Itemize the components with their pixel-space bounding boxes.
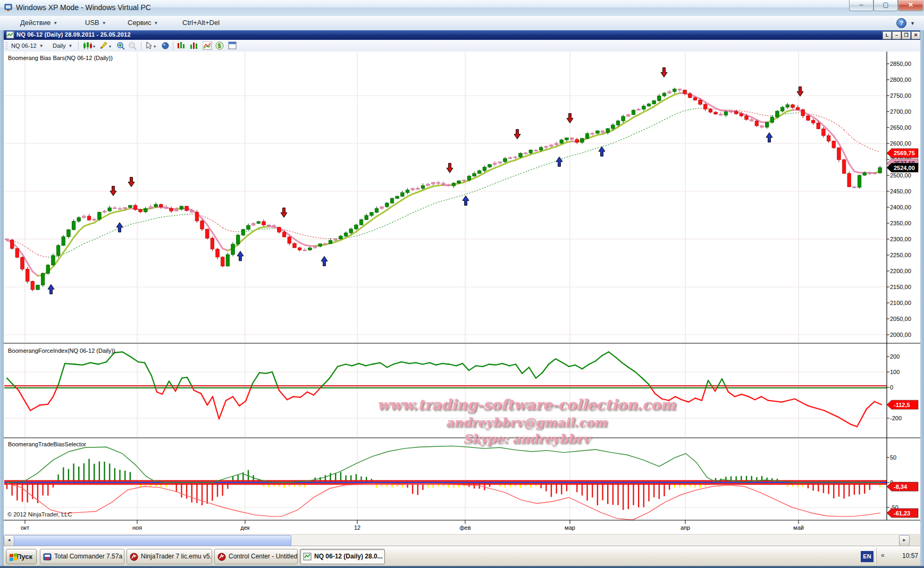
start-button[interactable]: Пуск <box>6 549 37 564</box>
chart-window-title: NQ 06-12 (Daily) 28.09.2011 - 25.05.2012 <box>16 31 131 38</box>
vm-menubar: Действие▼ USB▼ Сервис▼ Ctrl+Alt+Del ? ▼ <box>0 16 924 31</box>
force-axis-label: -200 <box>890 415 902 421</box>
close-button[interactable]: ✕ <box>898 0 923 11</box>
toolbar-grip[interactable] <box>6 42 7 49</box>
taskbar-button-total-commander[interactable]: Total Commander 7.57a ... <box>40 549 124 564</box>
window-border-left <box>0 30 4 568</box>
help-icon[interactable]: ? <box>896 18 906 28</box>
chart-close-button[interactable]: ✕ <box>911 31 920 39</box>
chevron-down-icon: ▼ <box>68 44 72 48</box>
taskbar-button-label: NinjaTrader 7 lic.emu v5.06 <box>141 553 212 560</box>
scrollbar-corner <box>910 535 920 545</box>
price-tag-label: -8,34 <box>894 484 908 490</box>
clock: 10:57 <box>902 552 918 559</box>
price-axis-label: 2700,00 <box>890 108 911 115</box>
language-indicator[interactable]: EN <box>861 551 873 562</box>
price-axis-label: 2400,00 <box>890 204 911 210</box>
chevron-down-icon: ▼ <box>39 44 44 48</box>
snap-mode-icon[interactable] <box>161 41 170 50</box>
price-axis-label: 2200,00 <box>890 268 911 274</box>
chart-style-icon[interactable]: ▾ <box>82 41 96 50</box>
start-label: Пуск <box>16 553 32 561</box>
price-tag-label: -61,23 <box>894 510 910 516</box>
chart-minimize-button[interactable]: – <box>892 31 901 39</box>
chevron-down-icon: ▼ <box>102 21 106 26</box>
tray-expand-chevron[interactable]: « <box>881 552 885 559</box>
ninjatrader-icon <box>217 553 226 561</box>
taskbar-button-ninjatrader[interactable]: NinjaTrader 7 lic.emu v5.06 <box>127 549 212 564</box>
copyright-text: © 2012 NinjaTrader, LLC <box>7 511 72 518</box>
line-chart-icon[interactable] <box>203 41 212 50</box>
menu-ctrl-alt-del[interactable]: Ctrl+Alt+Del <box>182 19 220 27</box>
zoom-out-icon[interactable] <box>128 41 138 50</box>
chevron-down-icon: ▼ <box>154 21 158 26</box>
ninjatrader-icon <box>130 553 138 561</box>
link-button[interactable]: L <box>883 31 892 39</box>
price-axis-label: 2050,00 <box>890 316 911 322</box>
x-axis-month-label: мар <box>565 524 575 531</box>
chart-icon <box>6 31 14 39</box>
taskbar-button-chart[interactable]: NQ 06-12 (Daily) 28.0... <box>300 549 385 564</box>
force-axis-label: 0 <box>890 384 893 391</box>
svg-text:▾: ▾ <box>93 44 95 49</box>
price-axis-label: 2850,00 <box>890 61 911 67</box>
force-panel-label: BoomerangForceIndex(NQ 06-12 (Daily)) <box>8 347 115 354</box>
cursor-icon[interactable]: ▾ <box>145 41 159 50</box>
panel-icon[interactable] <box>228 41 237 50</box>
menu-service[interactable]: Сервис▼ <box>128 19 158 27</box>
scrollbar-thumb[interactable] <box>14 535 291 546</box>
taskbar-button-label: NQ 06-12 (Daily) 28.0... <box>314 553 383 560</box>
price-axis-label: 2100,00 <box>890 300 911 306</box>
draw-pencil-icon[interactable]: ▾ <box>99 41 113 50</box>
price-tag-label: 2569,75 <box>894 150 915 156</box>
price-axis-label: 2750,00 <box>890 92 911 99</box>
chevron-down-icon[interactable]: ▼ <box>910 21 915 26</box>
price-tag-label: 2524,00 <box>894 165 915 171</box>
maximize-button[interactable]: ▢ <box>873 0 898 11</box>
x-axis-month-label: окт <box>21 524 29 531</box>
price-axis-label: 2000,00 <box>890 332 911 338</box>
svg-text:▾: ▾ <box>109 44 111 49</box>
zoom-in-icon[interactable] <box>116 41 126 50</box>
chart-canvas[interactable]: 2850,002800,002750,002700,002650,002600,… <box>4 52 920 534</box>
horizontal-scrollbar[interactable]: ◄ ► <box>4 534 920 546</box>
price-axis-label: 2600,00 <box>890 140 911 147</box>
bias-panel-label: BoomerangTradeBiasSelector <box>8 441 86 447</box>
price-axis-label: 2350,00 <box>890 220 911 226</box>
menu-action[interactable]: Действие▼ <box>20 19 57 27</box>
chart-window-titlebar[interactable]: NQ 06-12 (Daily) 28.09.2011 - 25.05.2012… <box>4 30 920 40</box>
price-axis-label: 2800,00 <box>890 77 911 83</box>
instrument-selector[interactable]: NQ 06-12▼ <box>11 41 44 50</box>
taskbar-button-label: Control Center - Untitled1 <box>229 553 298 560</box>
scroll-right-button[interactable]: ► <box>899 535 910 546</box>
dollar-icon[interactable]: $ <box>215 41 224 50</box>
price-axis-label: 2150,00 <box>890 284 911 290</box>
x-axis-month-label: фев <box>459 524 471 531</box>
price-axis-label: 2250,00 <box>890 252 911 258</box>
taskbar-button-control-center[interactable]: Control Center - Untitled1 <box>214 549 298 564</box>
volume-bars-icon[interactable] <box>190 41 199 50</box>
price-axis-label: 2500,00 <box>890 172 911 179</box>
price-axis-label: 2300,00 <box>890 236 911 242</box>
total-commander-icon <box>43 553 52 561</box>
menu-usb[interactable]: USB▼ <box>85 19 106 27</box>
window-border-right <box>920 30 924 568</box>
taskbar-button-label: Total Commander 7.57a ... <box>54 553 124 560</box>
x-axis-month-label: апр <box>681 524 690 531</box>
vm-app-icon <box>4 3 13 12</box>
minimize-button[interactable]: – <box>849 0 873 11</box>
chart-restore-button[interactable]: ❐ <box>902 31 911 39</box>
period-selector[interactable]: Daily▼ <box>53 41 72 50</box>
svg-text:▾: ▾ <box>154 44 156 49</box>
bias-bars-icon[interactable] <box>177 41 187 50</box>
vm-window-title: Windows XP Mode - Windows Virtual PC <box>16 3 151 12</box>
x-axis-month-label: дек <box>240 524 250 531</box>
price-panel-label: Boomerang Bias Bars(NQ 06-12 (Daily)) <box>8 55 113 61</box>
bias-axis-label: 50 <box>890 454 896 461</box>
force-axis-label: 100 <box>890 369 900 375</box>
chart-icon <box>303 553 312 561</box>
force-axis-label: 200 <box>890 353 900 360</box>
price-axis-label: 2650,00 <box>890 124 911 131</box>
window-border-bottom <box>0 566 924 568</box>
scroll-left-button[interactable]: ◄ <box>4 535 14 546</box>
